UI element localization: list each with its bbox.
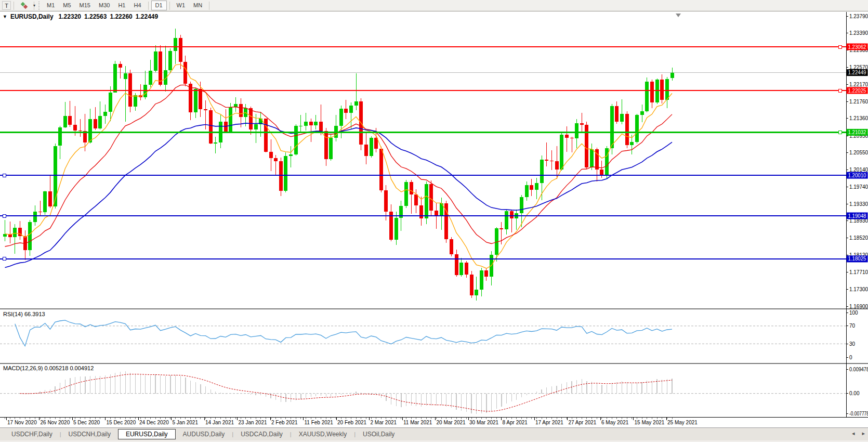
- svg-text:1.21032: 1.21032: [848, 129, 866, 135]
- tab-eurusd[interactable]: EURUSD,Daily: [118, 429, 176, 439]
- rsi-indicator-label: RSI(14) 66.3913: [3, 311, 45, 317]
- svg-text:8 Apr 2021: 8 Apr 2021: [503, 420, 528, 425]
- svg-text:100: 100: [849, 310, 858, 316]
- objects-sort-icon[interactable]: ▾: [20, 2, 31, 10]
- svg-text:2 Feb 2021: 2 Feb 2021: [271, 420, 298, 425]
- chart-ohlc-title: ▼ EURUSD,Daily 1.22320 1.22563 1.22260 1…: [3, 13, 158, 20]
- top-toolbar: T ▾ M1M5M15M30H1H4D1W1MN: [0, 0, 868, 11]
- tab-usdcad[interactable]: USDCAD,Daily: [234, 429, 289, 439]
- macd-indicator-label: MACD(12,26,9) 0.005218 0.004912: [3, 365, 94, 371]
- tab-scroll-right-icon[interactable]: ▸: [862, 430, 865, 437]
- price-label-chip: 1.22025: [847, 87, 868, 94]
- svg-text:17 Nov 2020: 17 Nov 2020: [7, 420, 37, 425]
- horizontal-price-line[interactable]: [0, 131, 846, 134]
- svg-text:1.17300: 1.17300: [849, 287, 868, 292]
- price-label-chip: 1.23062: [847, 44, 868, 50]
- toolbar-separator: [148, 2, 149, 10]
- horizontal-price-line[interactable]: [0, 257, 846, 261]
- line-handle: [3, 174, 6, 177]
- svg-text:0.00: 0.00: [849, 391, 860, 396]
- rsi-line: [15, 320, 672, 346]
- svg-text:15 May 2021: 15 May 2021: [635, 420, 665, 425]
- svg-text:1.21360: 1.21360: [849, 115, 868, 121]
- svg-text:30: 30: [849, 341, 856, 347]
- svg-text:1.23062: 1.23062: [848, 44, 866, 50]
- svg-text:1.20550: 1.20550: [849, 150, 868, 155]
- svg-text:-0.007778: -0.007778: [849, 411, 868, 417]
- svg-text:70: 70: [849, 323, 856, 329]
- svg-text:1.23790: 1.23790: [849, 14, 868, 19]
- text-tool-button[interactable]: T: [2, 1, 11, 10]
- svg-text:14 Jan 2021: 14 Jan 2021: [205, 420, 234, 425]
- chart-menu-icon[interactable]: ▼: [3, 14, 7, 19]
- svg-text:1.19740: 1.19740: [849, 184, 868, 190]
- tab-xauusd[interactable]: XAUUSD,Weekly: [293, 429, 353, 439]
- svg-text:23 Jan 2021: 23 Jan 2021: [239, 420, 267, 425]
- timeframe-m30[interactable]: M30: [95, 1, 114, 10]
- svg-text:0.009478: 0.009478: [849, 367, 868, 372]
- svg-text:0: 0: [849, 355, 852, 360]
- horizontal-price-line[interactable]: [0, 45, 846, 48]
- svg-text:1.22170: 1.22170: [849, 82, 868, 87]
- tab-usdchf[interactable]: USDCHF,Daily: [5, 429, 59, 439]
- price-label-chip: 1.21032: [847, 129, 868, 136]
- macd-signal-line: [20, 374, 673, 412]
- chart-symbol-label: EURUSD,Daily: [10, 13, 54, 20]
- line-handle: [3, 214, 6, 217]
- tab-separator: |: [232, 431, 233, 437]
- toolbar-grip[interactable]: [38, 2, 40, 10]
- horizontal-price-line[interactable]: [0, 89, 846, 92]
- tab-usoil[interactable]: USOil,Daily: [357, 429, 401, 439]
- line-handle: [3, 257, 6, 261]
- line-handle: [838, 89, 841, 92]
- chart-close-value: 1.22449: [136, 13, 158, 20]
- candles: [3, 29, 674, 300]
- tab-usdcnh[interactable]: USDCNH,Daily: [62, 429, 117, 439]
- svg-text:1.17710: 1.17710: [849, 269, 868, 275]
- svg-text:1.22449: 1.22449: [848, 70, 866, 75]
- timeframe-w1[interactable]: W1: [173, 1, 190, 10]
- tab-scroll-left-icon[interactable]: ◂: [852, 430, 855, 437]
- svg-text:11 Mar 2021: 11 Mar 2021: [403, 420, 432, 425]
- tab-separator: |: [290, 431, 292, 437]
- tab-separator: |: [354, 431, 356, 437]
- macd-histogram: [5, 371, 673, 414]
- svg-text:1.20140: 1.20140: [849, 167, 868, 173]
- svg-text:5 Dec 2020: 5 Dec 2020: [73, 420, 100, 425]
- svg-text:1.19048: 1.19048: [848, 213, 866, 219]
- ma-line-8[interactable]: [5, 64, 673, 269]
- price-label-chip: 1.22449: [847, 69, 868, 76]
- timeframe-h4[interactable]: H4: [129, 1, 145, 10]
- timeframe-m5[interactable]: M5: [59, 1, 75, 10]
- tab-audusd[interactable]: AUDUSD,Daily: [177, 429, 231, 439]
- panel-splitters[interactable]: [0, 309, 868, 363]
- svg-text:27 Apr 2021: 27 Apr 2021: [569, 420, 597, 425]
- price-label-chip: 1.20010: [847, 172, 868, 179]
- chart-open-value: 1.22320: [59, 13, 81, 20]
- svg-text:1.20010: 1.20010: [848, 173, 866, 178]
- chart-shift-marker[interactable]: [676, 14, 681, 17]
- date-axis[interactable]: 17 Nov 202026 Nov 20205 Dec 202015 Dec 2…: [0, 418, 868, 426]
- toolbar-separator: [209, 2, 209, 10]
- svg-text:20 Mar 2021: 20 Mar 2021: [437, 420, 466, 425]
- toolbar-separator: [14, 2, 14, 10]
- svg-text:5 Jan 2021: 5 Jan 2021: [173, 420, 199, 425]
- chart-canvas[interactable]: 1.237901.233901.229801.225701.221701.217…: [0, 0, 868, 442]
- svg-text:30 Mar 2021: 30 Mar 2021: [469, 420, 499, 425]
- svg-text:25 May 2021: 25 May 2021: [667, 420, 698, 425]
- svg-text:6 May 2021: 6 May 2021: [601, 420, 629, 425]
- timeframe-h1[interactable]: H1: [114, 1, 129, 10]
- svg-text:1.16900: 1.16900: [849, 304, 868, 309]
- toolbar-separator: [169, 2, 170, 10]
- timeframe-buttons: M1M5M15M30H1H4D1W1MN: [43, 1, 212, 10]
- price-label-chip: 1.19048: [847, 213, 868, 219]
- svg-text:1.22025: 1.22025: [848, 88, 866, 94]
- timeframe-d1[interactable]: D1: [151, 1, 167, 10]
- timeframe-m1[interactable]: M1: [43, 1, 59, 10]
- price-label-chip: 1.18025: [847, 255, 868, 262]
- svg-text:17 Apr 2021: 17 Apr 2021: [535, 420, 563, 425]
- svg-text:1.18520: 1.18520: [849, 235, 868, 241]
- timeframe-mn[interactable]: MN: [189, 1, 206, 10]
- timeframe-m15[interactable]: M15: [75, 1, 95, 10]
- chart-low-value: 1.22260: [110, 13, 132, 20]
